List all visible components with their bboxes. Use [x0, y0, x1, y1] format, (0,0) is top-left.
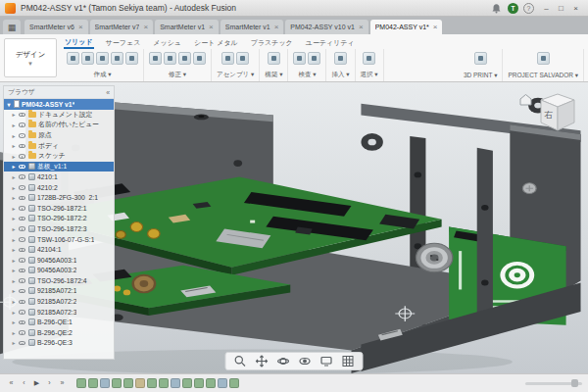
visibility-eye-icon[interactable]	[19, 267, 26, 274]
tree-row[interactable]: ▸名前の付いたビュー	[4, 120, 114, 130]
tree-row[interactable]: ▸B-296-QE:1	[4, 317, 114, 327]
chevron-right-icon[interactable]: ▸	[11, 184, 17, 191]
visibility-eye-icon[interactable]	[19, 131, 26, 139]
press-pull-icon[interactable]	[149, 52, 162, 65]
3d-print-icon[interactable]	[474, 52, 487, 65]
ribbon-group-label[interactable]: PROJECT SALVADOR ▾	[508, 72, 578, 79]
chevron-right-icon[interactable]: ▸	[11, 132, 17, 139]
chevron-right-icon[interactable]: ▸	[11, 236, 17, 243]
data-panel-grid-icon[interactable]: ▦	[3, 20, 21, 34]
go-to-start-button[interactable]: «	[6, 379, 17, 387]
tab-close-icon[interactable]: ×	[209, 23, 214, 31]
chevron-right-icon[interactable]: ▸	[11, 142, 17, 149]
ribbon-group-label[interactable]: 挿入 ▾	[331, 71, 349, 79]
tree-row[interactable]: ▸基板_v1:1	[4, 162, 114, 172]
chevron-right-icon[interactable]: ▸	[11, 153, 17, 160]
visibility-eye-icon[interactable]	[19, 163, 26, 171]
visibility-eye-icon[interactable]	[19, 121, 26, 128]
chevron-right-icon[interactable]: ▸	[11, 287, 17, 294]
tab-close-icon[interactable]: ×	[274, 23, 279, 31]
panel-connector[interactable]	[416, 243, 452, 272]
fillet-icon[interactable]	[164, 52, 176, 65]
timeline-zoom-slider[interactable]	[525, 382, 582, 385]
tree-row[interactable]: ▸TSO-296-1872:1	[4, 203, 114, 214]
chevron-right-icon[interactable]: ▸	[11, 267, 17, 273]
visibility-eye-icon[interactable]	[19, 152, 26, 160]
section-analysis-icon[interactable]	[308, 52, 320, 65]
tree-row[interactable]: ▸92185A072:1	[4, 286, 114, 297]
chevron-right-icon[interactable]: ▸	[11, 173, 17, 180]
visibility-eye-icon[interactable]	[19, 298, 26, 306]
component-feature-icon[interactable]	[123, 378, 133, 388]
collapse-panel-icon[interactable]: «	[106, 89, 110, 96]
component-feature-icon[interactable]	[147, 378, 157, 388]
component-feature-icon[interactable]	[206, 378, 216, 388]
chevron-right-icon[interactable]: ▸	[11, 163, 17, 170]
chevron-down-icon[interactable]: ▾	[6, 101, 12, 108]
ribbon-group-label[interactable]: 検査 ▾	[298, 71, 316, 79]
chevron-right-icon[interactable]: ▸	[11, 257, 17, 264]
step-back-button[interactable]: ‹	[19, 379, 29, 387]
tab-close-icon[interactable]: ×	[143, 23, 148, 31]
chevron-right-icon[interactable]: ▸	[11, 215, 17, 221]
user-avatar[interactable]: T	[508, 3, 518, 14]
component-feature-icon[interactable]	[229, 378, 239, 388]
addin-script-icon[interactable]	[537, 52, 550, 65]
help-icon[interactable]: ?	[523, 3, 534, 14]
chevron-right-icon[interactable]: ▸	[11, 205, 17, 212]
visibility-eye-icon[interactable]	[19, 256, 26, 264]
model-viewport[interactable]: ブラウザ « ▾PM042-ASSY v1*▸ドキュメント設定▸名前の付いたビュ…	[0, 82, 588, 373]
visibility-eye-icon[interactable]	[19, 204, 26, 212]
workspace-tab[interactable]: ソリッド	[64, 36, 94, 49]
visibility-eye-icon[interactable]	[19, 215, 26, 222]
document-tab[interactable]: PM042-ASSY v1*×	[370, 20, 443, 34]
visibility-eye-icon[interactable]	[19, 287, 26, 295]
ribbon-group-label[interactable]: 作成 ▾	[93, 71, 111, 79]
document-tab[interactable]: SmartMeter v1×	[155, 20, 219, 34]
orbit-icon[interactable]	[277, 355, 290, 368]
tree-row[interactable]: ▸4210:1	[4, 172, 114, 182]
step-forward-button[interactable]: ›	[44, 379, 55, 387]
visibility-eye-icon[interactable]	[19, 276, 26, 284]
extrude-icon[interactable]	[81, 52, 94, 65]
ribbon-group-label[interactable]: 選択 ▾	[361, 71, 378, 79]
go-to-end-button[interactable]: »	[57, 379, 68, 387]
view-cube-face-label[interactable]: 右	[544, 110, 554, 120]
display-settings-icon[interactable]	[320, 355, 333, 368]
pan-icon[interactable]	[256, 355, 269, 368]
visibility-eye-icon[interactable]	[19, 246, 26, 254]
component-feature-icon[interactable]	[159, 378, 169, 388]
document-tab[interactable]: SmartMeter v6×	[24, 20, 88, 34]
component-feature-icon[interactable]	[88, 378, 98, 388]
chevron-right-icon[interactable]: ▸	[11, 298, 17, 305]
zoom-icon[interactable]	[234, 355, 247, 368]
joint-feature-icon[interactable]	[218, 378, 227, 388]
tree-row[interactable]: ▾PM042-ASSY v1*	[4, 99, 114, 110]
tree-row[interactable]: ▸4210:2	[4, 182, 114, 193]
shell-icon[interactable]	[178, 52, 191, 65]
component-feature-icon[interactable]	[112, 378, 122, 388]
tab-close-icon[interactable]: ×	[78, 23, 83, 31]
document-tab[interactable]: SmartMeter v1×	[220, 20, 284, 34]
chevron-right-icon[interactable]: ▸	[11, 277, 17, 284]
play-button[interactable]: ▶	[31, 379, 42, 387]
new-component-icon[interactable]	[67, 52, 79, 65]
notifications-bell-icon[interactable]	[490, 2, 503, 15]
workspace-tab[interactable]: ユーティリティ	[305, 36, 356, 49]
chevron-right-icon[interactable]: ▸	[11, 111, 17, 118]
joint-feature-icon[interactable]	[100, 378, 110, 388]
tree-row[interactable]: ▸1728B-2FG-300_2:1	[4, 192, 114, 203]
component-feature-icon[interactable]	[194, 378, 204, 388]
tree-row[interactable]: ▸原点	[4, 130, 114, 141]
visibility-eye-icon[interactable]	[19, 194, 26, 202]
workspace-menu-button[interactable]: デザイン ▼	[4, 38, 57, 77]
tree-row[interactable]: ▸TSO-296-1872:4	[4, 275, 114, 286]
tab-close-icon[interactable]: ×	[359, 23, 364, 31]
visibility-eye-icon[interactable]	[19, 142, 26, 150]
workspace-tab[interactable]: サーフェス	[105, 36, 142, 49]
sweep-icon[interactable]	[111, 52, 123, 65]
chevron-right-icon[interactable]: ▸	[11, 309, 17, 316]
home-view-icon[interactable]	[520, 95, 531, 106]
grid-display-icon[interactable]	[342, 355, 355, 368]
visibility-eye-icon[interactable]	[19, 235, 26, 243]
